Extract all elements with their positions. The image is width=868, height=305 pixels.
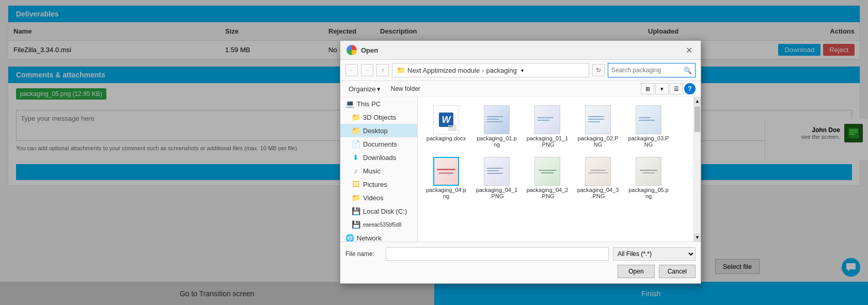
- dialog-close-button[interactable]: ✕: [684, 45, 695, 55]
- file-label-packaging-05: packaging_05.png: [627, 187, 670, 199]
- sidebar-item-downloads[interactable]: ⬇ Downloads: [340, 151, 417, 164]
- filename-input[interactable]: [386, 247, 609, 261]
- png-file-icon-04-2: [532, 156, 563, 187]
- organize-label: Organize: [349, 85, 376, 93]
- refresh-button[interactable]: ↻: [592, 64, 605, 76]
- scrollbar-track: [694, 105, 701, 233]
- page: Deliverables Name Size Rejected Descript…: [0, 0, 868, 305]
- word-file-icon: W: [431, 104, 462, 135]
- sidebar-label-this-pc: This PC: [357, 100, 381, 108]
- sidebar-label-local-disk: Local Disk (C:): [363, 207, 407, 215]
- view-grid-button[interactable]: ⊞: [641, 83, 654, 94]
- help-button[interactable]: ?: [684, 83, 696, 94]
- sidebar-item-3d-objects[interactable]: 📁 3D Objects: [340, 110, 417, 124]
- folder-3d-icon: 📁: [352, 113, 360, 121]
- sidebar-item-network-drive[interactable]: 💾 eaeeac535bf5d8: [340, 218, 417, 231]
- sidebar-item-music[interactable]: ♪ Music: [340, 164, 417, 178]
- search-button[interactable]: 🔍: [681, 67, 695, 74]
- sidebar-item-this-pc[interactable]: 💻 This PC: [340, 97, 417, 110]
- file-item-packaging-docx[interactable]: W packaging.docx: [423, 102, 469, 150]
- folder-docs-icon: 📄: [352, 140, 360, 148]
- file-item-packaging-05[interactable]: packaging_05.png: [625, 154, 672, 201]
- file-label-packaging-03: packaging_03.PNG: [627, 135, 670, 148]
- dialog-nav-toolbar: ← → ↑ 📁 Next Apptimized module › packagi…: [340, 60, 701, 81]
- sidebar-label-network: Network: [357, 234, 382, 242]
- sidebar-item-network[interactable]: 🌐 Network: [340, 231, 417, 242]
- pc-icon: 💻: [345, 100, 354, 108]
- nav-back-button[interactable]: ←: [345, 64, 358, 76]
- png-file-icon-01-1: [532, 104, 563, 135]
- nav-forward-button[interactable]: →: [361, 64, 373, 76]
- png-file-icon-04: [431, 156, 462, 187]
- dialog-sidebar: 💻 This PC 📁 3D Objects 📁 Desktop 📄 Docum…: [340, 97, 418, 242]
- folder-videos-icon: 📁: [352, 194, 360, 202]
- file-item-packaging-03[interactable]: packaging_03.PNG: [625, 102, 672, 150]
- network-icon: 🌐: [345, 234, 354, 242]
- sidebar-label-documents: Documents: [363, 140, 397, 148]
- dialog-title-text: Open: [361, 46, 378, 54]
- file-label-packaging-01: packaging_01.png: [476, 135, 518, 148]
- sidebar-label-3d-objects: 3D Objects: [363, 114, 396, 121]
- word-lines: [448, 125, 456, 132]
- file-label-packaging-02: packaging_02.PNG: [577, 135, 619, 148]
- dialog-files-area: W packaging.docx: [418, 97, 693, 242]
- scrollbar-up[interactable]: ▲: [694, 97, 701, 105]
- dialog-scrollbar[interactable]: ▲ ▼: [693, 97, 701, 242]
- file-item-packaging-02[interactable]: packaging_02.PNG: [575, 102, 621, 150]
- net-drive-icon: 💾: [352, 220, 360, 229]
- sidebar-label-videos: Videos: [363, 194, 384, 202]
- file-item-packaging-01[interactable]: packaging_01.png: [474, 102, 520, 150]
- organize-button[interactable]: Organize ▾: [345, 84, 384, 94]
- breadcrumb-root: Next Apptimized module: [407, 67, 480, 74]
- chrome-icon: [346, 45, 357, 55]
- search-box: 🔍: [608, 63, 696, 77]
- disk-icon: 💾: [352, 207, 360, 215]
- organize-chevron-icon: ▾: [377, 85, 381, 93]
- sidebar-item-pictures[interactable]: 🖼 Pictures: [340, 178, 417, 191]
- scrollbar-thumb[interactable]: [695, 106, 700, 132]
- dialog-title-left: Open: [346, 45, 378, 55]
- word-w-icon: W: [439, 113, 453, 127]
- file-label-packaging-04-3: packaging_04_3.PNG: [577, 187, 619, 199]
- breadcrumb-bar: 📁 Next Apptimized module › packaging ▾: [392, 63, 589, 77]
- open-button[interactable]: Open: [618, 265, 654, 278]
- file-item-packaging-04-1[interactable]: packaging_04_1.PNG: [474, 154, 520, 201]
- sidebar-item-videos[interactable]: 📁 Videos: [340, 191, 417, 204]
- view-details-button[interactable]: ☰: [670, 83, 683, 94]
- file-label-packaging-01-1: packaging_01_1.PNG: [526, 135, 569, 148]
- nav-up-button[interactable]: ↑: [376, 64, 389, 76]
- folder-dl-icon: ⬇: [352, 153, 360, 162]
- file-item-packaging-04-3[interactable]: packaging_04_3.PNG: [575, 154, 621, 201]
- sidebar-label-network-drive: eaeeac535bf5d8: [363, 222, 402, 228]
- sidebar-label-desktop: Desktop: [363, 127, 388, 135]
- sidebar-item-local-disk[interactable]: 💾 Local Disk (C:): [340, 204, 417, 218]
- file-open-dialog: Open ✕ ← → ↑ 📁 Next Apptimized module › …: [340, 40, 701, 284]
- file-label-packaging-docx: packaging.docx: [427, 135, 466, 141]
- cancel-button[interactable]: Cancel: [659, 265, 696, 278]
- new-folder-button[interactable]: New folder: [388, 84, 423, 94]
- breadcrumb-dropdown[interactable]: ▾: [521, 68, 524, 73]
- search-input[interactable]: [608, 65, 681, 75]
- dialog-footer: File name: All Files (*.*) Open Cancel: [340, 242, 701, 283]
- dialog-title-bar: Open ✕: [340, 41, 701, 60]
- png-file-icon-01: [481, 104, 512, 135]
- sidebar-item-documents[interactable]: 📄 Documents: [340, 137, 417, 151]
- scrollbar-down[interactable]: ▼: [694, 233, 701, 242]
- filename-row: File name: All Files (*.*): [345, 247, 696, 261]
- breadcrumb-current: packaging: [486, 67, 517, 74]
- filetype-select[interactable]: All Files (*.*): [613, 247, 696, 261]
- sidebar-label-music: Music: [363, 167, 381, 175]
- file-label-packaging-04: packaging_04.png: [425, 187, 467, 199]
- file-item-packaging-01-1[interactable]: packaging_01_1.PNG: [524, 102, 571, 150]
- file-item-packaging-04-2[interactable]: packaging_04_2.PNG: [524, 154, 571, 201]
- breadcrumb-separator: ›: [482, 67, 484, 74]
- png-file-icon-03: [633, 104, 664, 135]
- view-buttons: ⊞ ▾ ☰ ?: [641, 83, 696, 94]
- dialog-body: 💻 This PC 📁 3D Objects 📁 Desktop 📄 Docum…: [340, 97, 701, 242]
- file-item-packaging-04[interactable]: packaging_04.png: [423, 154, 469, 201]
- sidebar-item-desktop[interactable]: 📁 Desktop: [340, 124, 417, 137]
- sidebar-label-pictures: Pictures: [363, 181, 387, 188]
- png-file-icon-04-1: [481, 156, 512, 187]
- dialog-organize-toolbar: Organize ▾ New folder ⊞ ▾ ☰ ?: [340, 81, 701, 97]
- view-dropdown-button[interactable]: ▾: [655, 83, 669, 94]
